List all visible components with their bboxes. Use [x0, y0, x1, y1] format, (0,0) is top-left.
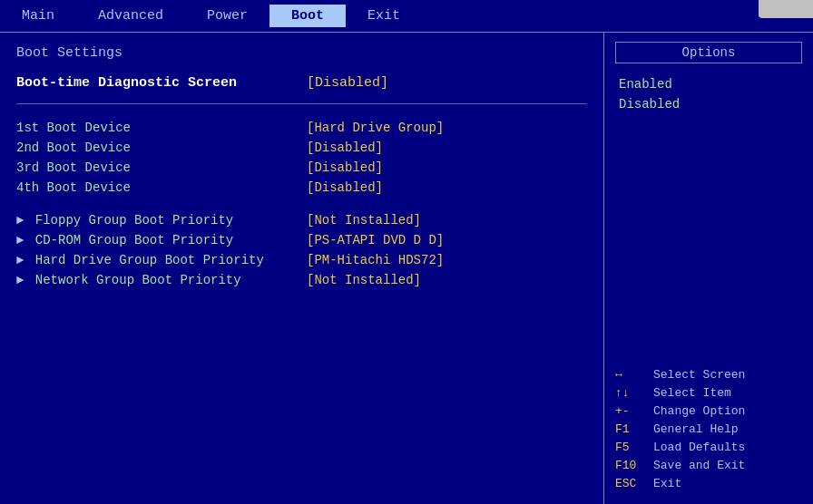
section-title: Boot Settings: [16, 45, 587, 61]
boot-device-4-value: [Disabled]: [307, 180, 383, 195]
help-key-f5: F5: [615, 441, 653, 454]
arrow-icon-1: ►: [16, 213, 24, 228]
menu-item-main[interactable]: Main: [0, 5, 76, 27]
help-row-f10: F10 Save and Exit: [615, 459, 802, 472]
menu-item-power[interactable]: Power: [185, 5, 269, 27]
help-desc-change-option: Change Option: [653, 404, 745, 418]
boot-device-row-1[interactable]: 1st Boot Device [Hard Drive Group]: [16, 121, 587, 135]
main-setting-row[interactable]: Boot-time Diagnostic Screen [Disabled]: [16, 75, 587, 104]
arrow-icon-3: ►: [16, 253, 24, 267]
group-priority-row-1[interactable]: ► Floppy Group Boot Priority [Not Instal…: [16, 213, 587, 228]
help-row-select-item: ↑↓ Select Item: [615, 386, 802, 400]
help-row-f5: F5 Load Defaults: [615, 441, 802, 454]
help-key-esc: ESC: [615, 477, 653, 490]
help-row-select-screen: ↔ Select Screen: [615, 368, 802, 382]
help-desc-select-item: Select Item: [653, 386, 731, 400]
boot-device-3-label: 3rd Boot Device: [16, 160, 307, 175]
help-row-f1: F1 General Help: [615, 422, 802, 436]
group-priorities-list: ► Floppy Group Boot Priority [Not Instal…: [16, 213, 587, 287]
group-priority-3-label: ► Hard Drive Group Boot Priority: [16, 253, 307, 267]
options-title: Options: [615, 42, 802, 63]
help-desc-f1: General Help: [653, 422, 739, 436]
left-panel: Boot Settings Boot-time Diagnostic Scree…: [0, 33, 604, 504]
help-desc-f10: Save and Exit: [653, 459, 745, 472]
boot-device-1-label: 1st Boot Device: [16, 121, 307, 135]
help-section: ↔ Select Screen ↑↓ Select Item +- Change…: [615, 359, 802, 495]
top-right-decor: [759, 0, 813, 18]
boot-device-row-3[interactable]: 3rd Boot Device [Disabled]: [16, 160, 587, 175]
help-desc-select-screen: Select Screen: [653, 368, 745, 382]
boot-devices-list: 1st Boot Device [Hard Drive Group] 2nd B…: [16, 121, 587, 195]
help-key-arrows-lr: ↔: [615, 368, 653, 382]
help-key-plusminus: +-: [615, 404, 653, 418]
arrow-icon-2: ►: [16, 233, 24, 247]
help-key-arrows-ud: ↑↓: [615, 386, 653, 400]
boot-device-row-2[interactable]: 2nd Boot Device [Disabled]: [16, 141, 587, 155]
help-key-f1: F1: [615, 422, 653, 436]
right-panel: Options Enabled Disabled ↔ Select Screen…: [604, 33, 813, 504]
main-setting-value: [Disabled]: [307, 75, 388, 91]
help-key-f10: F10: [615, 459, 653, 472]
boot-device-2-value: [Disabled]: [307, 141, 383, 155]
menu-item-boot[interactable]: Boot: [269, 5, 346, 27]
help-row-change-option: +- Change Option: [615, 404, 802, 418]
option-enabled[interactable]: Enabled: [615, 76, 802, 92]
boot-device-4-label: 4th Boot Device: [16, 180, 307, 195]
menu-item-advanced[interactable]: Advanced: [76, 5, 185, 27]
group-priority-row-3[interactable]: ► Hard Drive Group Boot Priority [PM-Hit…: [16, 253, 587, 267]
group-priority-row-4[interactable]: ► Network Group Boot Priority [Not Insta…: [16, 273, 587, 287]
group-priority-1-label: ► Floppy Group Boot Priority: [16, 213, 307, 228]
group-priority-1-value: [Not Installed]: [307, 213, 421, 228]
help-desc-f5: Load Defaults: [653, 441, 745, 454]
group-priority-4-value: [Not Installed]: [307, 273, 421, 287]
content-area: Boot Settings Boot-time Diagnostic Scree…: [0, 33, 813, 504]
menu-bar: Main Advanced Power Boot Exit: [0, 0, 813, 33]
group-priority-3-value: [PM-Hitachi HDS72]: [307, 253, 444, 267]
group-priority-4-label: ► Network Group Boot Priority: [16, 273, 307, 287]
boot-device-3-value: [Disabled]: [307, 160, 383, 175]
help-row-esc: ESC Exit: [615, 477, 802, 490]
group-priority-2-value: [PS-ATAPI DVD D D]: [307, 233, 444, 247]
group-priority-2-label: ► CD-ROM Group Boot Priority: [16, 233, 307, 247]
group-priority-row-2[interactable]: ► CD-ROM Group Boot Priority [PS-ATAPI D…: [16, 233, 587, 247]
boot-device-row-4[interactable]: 4th Boot Device [Disabled]: [16, 180, 587, 195]
boot-device-2-label: 2nd Boot Device: [16, 141, 307, 155]
help-desc-esc: Exit: [653, 477, 681, 490]
arrow-icon-4: ►: [16, 273, 24, 287]
menu-item-exit[interactable]: Exit: [346, 5, 422, 27]
option-disabled[interactable]: Disabled: [615, 96, 802, 112]
boot-device-1-value: [Hard Drive Group]: [307, 121, 444, 135]
main-setting-label: Boot-time Diagnostic Screen: [16, 75, 307, 91]
